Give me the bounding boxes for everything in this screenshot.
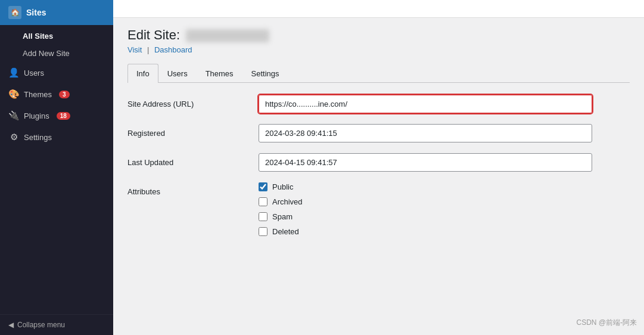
sidebar-item-settings[interactable]: ⚙ Settings — [0, 126, 113, 148]
breadcrumb-sep: | — [147, 45, 149, 54]
site-address-input[interactable] — [259, 95, 592, 113]
last-updated-label: Last Updated — [127, 153, 259, 167]
collapse-arrow-icon: ◀ — [8, 321, 14, 329]
deleted-label[interactable]: Deleted — [272, 227, 299, 236]
attributes-row: Attributes Public Archived Spam Deleted — [127, 182, 630, 242]
last-updated-field — [259, 153, 592, 172]
tab-themes[interactable]: Themes — [197, 64, 242, 83]
sites-icon: 🏠 — [8, 6, 21, 19]
sidebar-nav: All Sites Add New Site 👤 Users 🎨 Themes … — [0, 25, 113, 314]
checkbox-deleted: Deleted — [259, 227, 592, 236]
archived-label[interactable]: Archived — [272, 197, 303, 206]
themes-badge: 3 — [59, 91, 70, 98]
content-area: Edit Site: Visit | Dashboard Info Users … — [113, 18, 644, 262]
plugins-icon: 🔌 — [8, 110, 19, 121]
last-updated-row: Last Updated — [127, 153, 630, 172]
themes-icon: 🎨 — [8, 89, 19, 100]
attributes-label: Attributes — [127, 182, 259, 196]
tab-settings[interactable]: Settings — [242, 64, 288, 83]
site-address-label: Site Address (URL) — [127, 95, 259, 108]
collapse-menu[interactable]: ◀ Collapse menu — [0, 314, 113, 335]
registered-row: Registered — [127, 124, 630, 142]
tabs: Info Users Themes Settings — [127, 64, 630, 83]
public-checkbox[interactable] — [259, 182, 267, 191]
breadcrumb: Visit | Dashboard — [127, 45, 630, 54]
site-address-field — [259, 95, 592, 113]
checkbox-archived: Archived — [259, 197, 592, 206]
tab-info[interactable]: Info — [127, 64, 158, 83]
registered-input[interactable] — [259, 124, 592, 142]
settings-icon: ⚙ — [8, 132, 19, 142]
attributes-field: Public Archived Spam Deleted — [259, 182, 592, 242]
sidebar-header[interactable]: 🏠 Sites — [0, 0, 113, 25]
registered-field — [259, 124, 592, 142]
registered-label: Registered — [127, 124, 259, 138]
dashboard-link[interactable]: Dashboard — [154, 45, 192, 54]
page-title: Edit Site: — [127, 27, 630, 43]
sidebar-item-themes[interactable]: 🎨 Themes 3 — [0, 83, 113, 105]
sidebar-title: Sites — [26, 8, 46, 17]
sidebar: 🏠 Sites All Sites Add New Site 👤 Users 🎨… — [0, 0, 113, 335]
public-label[interactable]: Public — [272, 182, 293, 191]
page-title-blurred — [186, 29, 269, 42]
users-icon: 👤 — [8, 67, 19, 78]
archived-checkbox[interactable] — [259, 197, 267, 206]
visit-link[interactable]: Visit — [127, 45, 142, 54]
deleted-checkbox[interactable] — [259, 227, 267, 236]
sidebar-item-all-sites[interactable]: All Sites — [0, 27, 113, 45]
plugins-badge: 18 — [57, 112, 70, 120]
top-bar — [113, 0, 644, 18]
sidebar-item-plugins[interactable]: 🔌 Plugins 18 — [0, 105, 113, 126]
last-updated-input[interactable] — [259, 153, 592, 172]
tab-users[interactable]: Users — [158, 64, 197, 83]
checkbox-public: Public — [259, 182, 592, 191]
watermark: CSDN @前端-阿来 — [576, 318, 637, 328]
main-content: Edit Site: Visit | Dashboard Info Users … — [113, 0, 644, 335]
spam-checkbox[interactable] — [259, 212, 267, 221]
site-address-row: Site Address (URL) — [127, 95, 630, 113]
sidebar-item-users[interactable]: 👤 Users — [0, 62, 113, 83]
spam-label[interactable]: Spam — [272, 212, 293, 221]
checkbox-spam: Spam — [259, 212, 592, 221]
sidebar-item-add-new-site[interactable]: Add New Site — [0, 45, 113, 62]
